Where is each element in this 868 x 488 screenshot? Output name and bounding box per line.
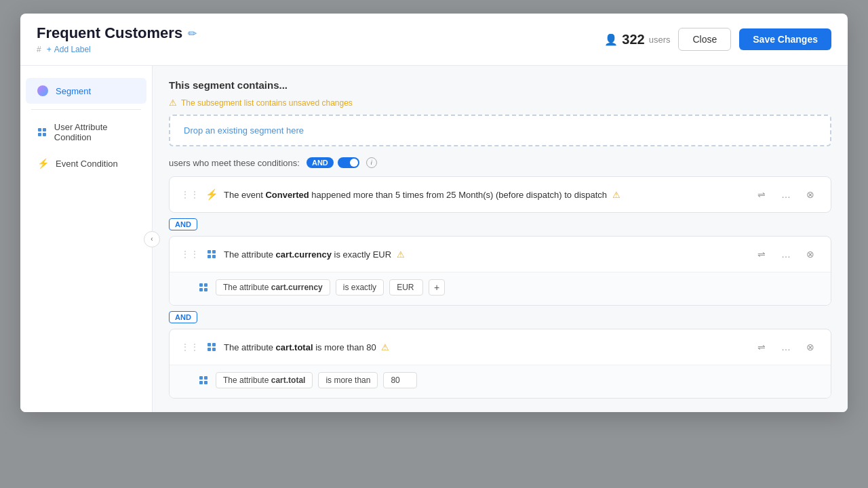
event-condition-row: ⋮⋮ ⚡ The event Converted happened more t…	[170, 177, 831, 212]
conditions-header: users who meet these conditions: AND i	[169, 157, 831, 168]
grid-icon-currency	[208, 250, 216, 258]
currency-condition-block: ⋮⋮ The attribute cart.currency is exactl…	[169, 236, 831, 306]
conditions-wrapper: ⋮⋮ ⚡ The event Converted happened more t…	[169, 176, 831, 399]
modal-overlay: Frequent Customers ✏ # + Add Label 👤 322…	[0, 0, 868, 488]
and-toggle: AND	[307, 157, 359, 168]
total-condition-warning: ⚠	[381, 342, 389, 352]
event-name: Converted	[265, 190, 309, 200]
drop-zone-text: Drop an existing segment here	[184, 125, 304, 136]
total-remove-button[interactable]: ⊗	[801, 338, 820, 357]
total-sub-condition: The attribute cart.total is more than 80	[170, 365, 831, 398]
lightning-condition-icon: ⚡	[205, 188, 218, 201]
currency-remove-button[interactable]: ⊗	[801, 245, 820, 264]
sidebar-item-event-condition[interactable]: ⚡ Event Condition	[26, 150, 146, 176]
currency-sub-icon	[197, 281, 210, 294]
event-share-button[interactable]: ⇌	[752, 185, 771, 204]
users-label: users	[649, 35, 671, 45]
event-remove-button[interactable]: ⊗	[801, 185, 820, 204]
total-condition-text: The attribute cart.total is more than 80…	[224, 342, 747, 352]
total-sub-operator[interactable]: is more than	[318, 372, 378, 388]
event-more-button[interactable]: …	[776, 185, 795, 204]
sidebar-item-user-attribute-condition[interactable]: User Attribute Condition	[26, 115, 146, 149]
sidebar-item-label-segment: Segment	[56, 86, 91, 96]
lightning-icon: ⚡	[37, 158, 49, 169]
total-sub-value[interactable]: 80	[383, 372, 417, 388]
modal-header: Frequent Customers ✏ # + Add Label 👤 322…	[20, 14, 848, 66]
edit-title-icon[interactable]: ✏	[188, 27, 197, 40]
section-title: This segment contains...	[169, 79, 831, 91]
and-label-1: AND	[169, 218, 197, 230]
user-attribute-icon	[37, 126, 47, 138]
currency-sub-add-button[interactable]: +	[429, 279, 445, 296]
total-condition-block: ⋮⋮ The attribute cart.total is more than…	[169, 329, 831, 399]
grid-icon-sub-currency	[199, 283, 208, 291]
event-condition-actions: ⇌ … ⊗	[752, 185, 820, 204]
and-or-toggle[interactable]	[338, 157, 359, 168]
drag-handle-total[interactable]: ⋮⋮	[180, 342, 199, 352]
drop-zone[interactable]: Drop an existing segment here	[169, 115, 831, 146]
grid-icon	[38, 128, 46, 136]
currency-condition-text: The attribute cart.currency is exactly E…	[224, 249, 747, 260]
total-share-button[interactable]: ⇌	[752, 338, 771, 357]
user-count: 👤 322 users	[604, 32, 670, 47]
warning-icon: ⚠	[169, 98, 177, 108]
save-changes-button[interactable]: Save Changes	[739, 28, 831, 50]
sidebar-divider	[31, 109, 141, 110]
person-icon: 👤	[604, 33, 618, 46]
close-button[interactable]: Close	[678, 28, 731, 51]
event-condition-block: ⋮⋮ ⚡ The event Converted happened more t…	[169, 176, 831, 213]
modal-title: Frequent Customers	[37, 24, 182, 42]
segment-icon	[37, 85, 49, 97]
sidebar-item-label-event: Event Condition	[56, 159, 118, 169]
event-icon: ⚡	[205, 188, 218, 201]
currency-share-button[interactable]: ⇌	[752, 245, 771, 264]
drag-handle-currency[interactable]: ⋮⋮	[180, 249, 199, 260]
sidebar-item-label-user-attribute: User Attribute Condition	[54, 122, 136, 142]
and-separator-2: AND	[169, 306, 831, 329]
currency-sub-value[interactable]: EUR	[389, 279, 423, 296]
conditions-label: users who meet these conditions:	[169, 158, 300, 168]
currency-sub-operator[interactable]: is exactly	[336, 279, 384, 296]
currency-grid-icon	[205, 247, 218, 261]
currency-condition-actions: ⇌ … ⊗	[752, 245, 820, 264]
and-label-2: AND	[169, 311, 197, 323]
sidebar-item-segment[interactable]: Segment	[26, 78, 146, 104]
currency-condition-row: ⋮⋮ The attribute cart.currency is exactl…	[170, 237, 831, 272]
segment-icon-circle	[37, 85, 48, 96]
currency-sub-row: The attribute cart.currency is exactly E…	[197, 279, 820, 296]
currency-attr-name: cart.currency	[276, 249, 332, 260]
add-label-button[interactable]: + Add Label	[47, 45, 91, 54]
modal-body: Segment User Attribute Condition ⚡	[20, 66, 848, 412]
warning-text: The subsegment list contains unsaved cha…	[181, 98, 353, 108]
sidebar: Segment User Attribute Condition ⚡	[20, 66, 153, 412]
conditions-info-icon[interactable]: i	[366, 157, 377, 168]
total-sub-attr-label[interactable]: The attribute cart.total	[216, 372, 313, 388]
main-content: This segment contains... ⚠ The subsegmen…	[153, 66, 848, 412]
plus-icon: +	[47, 45, 52, 54]
drag-handle-event[interactable]: ⋮⋮	[180, 189, 199, 200]
grid-icon-sub-total	[199, 376, 208, 384]
currency-more-button[interactable]: …	[776, 245, 795, 264]
warning-banner: ⚠ The subsegment list contains unsaved c…	[169, 98, 831, 108]
total-attr-name: cart.total	[276, 342, 313, 352]
modal-container: Frequent Customers ✏ # + Add Label 👤 322…	[20, 14, 848, 412]
total-more-button[interactable]: …	[776, 338, 795, 357]
collapse-sidebar-button[interactable]: ‹	[144, 231, 160, 247]
event-condition-text: The event Converted happened more than 5…	[224, 190, 747, 200]
grid-icon-total	[208, 343, 216, 351]
hash-label: #	[37, 45, 41, 54]
event-condition-icon: ⚡	[37, 157, 49, 169]
total-sub-icon	[197, 373, 210, 387]
total-condition-actions: ⇌ … ⊗	[752, 338, 820, 357]
total-sub-row: The attribute cart.total is more than 80	[197, 372, 820, 388]
total-condition-row: ⋮⋮ The attribute cart.total is more than…	[170, 329, 831, 365]
title-row: Frequent Customers ✏	[37, 24, 197, 42]
currency-condition-warning: ⚠	[397, 249, 405, 260]
user-count-number: 322	[622, 32, 644, 47]
event-condition-warning: ⚠	[612, 190, 620, 200]
total-grid-icon	[205, 340, 218, 354]
modal-actions: 👤 322 users Close Save Changes	[604, 28, 831, 51]
and-badge: AND	[307, 157, 334, 168]
modal-meta: # + Add Label	[37, 45, 197, 54]
currency-sub-attr-label[interactable]: The attribute cart.currency	[216, 279, 330, 296]
